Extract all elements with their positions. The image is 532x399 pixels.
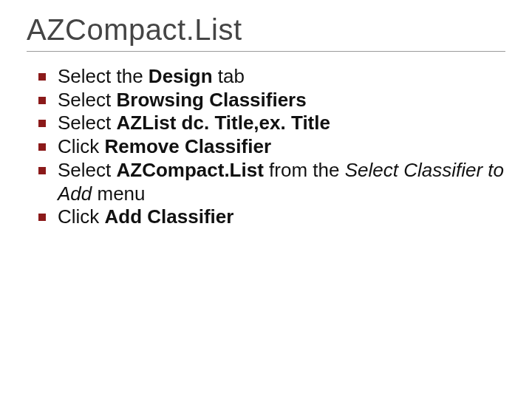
list-item: Click Remove Classifier <box>38 135 505 159</box>
text-run: from the <box>264 159 345 181</box>
text-run: AZCompact.List <box>117 159 264 181</box>
slide-title: AZCompact.List <box>27 13 505 47</box>
text-run: Select <box>58 159 117 181</box>
text-run: tab <box>213 65 245 87</box>
list-item: Select the Design tab <box>38 65 505 89</box>
text-run: Remove Classifier <box>105 135 271 157</box>
text-run: Design <box>149 65 213 87</box>
text-run: Click <box>58 135 105 157</box>
text-run: AZList dc. Title,ex. Title <box>117 112 330 134</box>
slide: AZCompact.List Select the Design tab Sel… <box>0 0 532 399</box>
text-run: menu <box>92 183 145 205</box>
text-run: Select the <box>58 65 149 87</box>
list-item: Select Browsing Classifiers <box>38 89 505 112</box>
bullet-list: Select the Design tab Select Browsing Cl… <box>27 65 505 229</box>
list-item: Select AZList dc. Title,ex. Title <box>38 112 505 135</box>
title-rule <box>27 51 505 52</box>
list-item: Click Add Classifier <box>38 205 505 229</box>
list-item: Select AZCompact.List from the Select Cl… <box>38 159 505 205</box>
text-run: Select <box>58 112 117 134</box>
text-run: Browsing Classifiers <box>117 89 307 111</box>
text-run: Click <box>58 205 105 228</box>
text-run: Add Classifier <box>105 205 234 228</box>
text-run: Select <box>58 89 117 111</box>
